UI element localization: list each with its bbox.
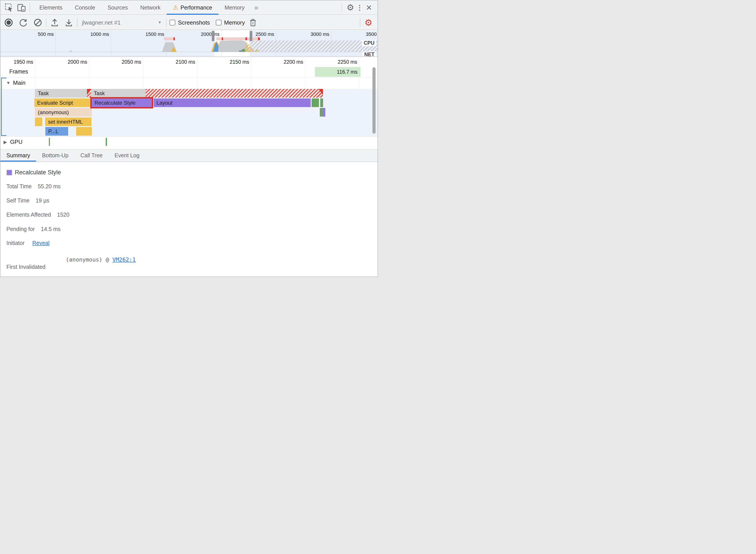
tab-sources[interactable]: Sources <box>101 0 134 15</box>
flame-bar-paint[interactable] <box>312 99 319 107</box>
record-button[interactable] <box>4 17 14 27</box>
performance-toolbar: jlwagner.net #1 ▼ Screenshots Memory ⚙ <box>0 15 378 30</box>
close-devtools-icon[interactable]: × <box>364 2 374 13</box>
tab-network[interactable]: Network <box>134 0 167 15</box>
flame-bar-task[interactable]: Task <box>91 89 146 98</box>
longtask-indicator <box>216 37 260 40</box>
profile-name: jlwagner.net #1 <box>82 19 121 26</box>
trash-icon[interactable] <box>248 17 258 27</box>
expand-triangle-icon[interactable]: ▶ <box>4 140 7 145</box>
vertical-scrollbar-thumb[interactable] <box>373 67 376 133</box>
device-toolbar-icon-svg <box>17 3 26 12</box>
summary-row-elements-affected: Elements Affected1520 <box>6 212 69 218</box>
summary-title-row: Recalculate Style <box>6 169 61 176</box>
ruler-time-label: 1950 ms <box>2 59 33 65</box>
chevron-down-icon: ▼ <box>158 20 162 25</box>
ruler-time-label: 2000 ms <box>56 59 87 65</box>
frame-duration-block[interactable]: 116.7 ms <box>315 67 361 77</box>
flame-bar-layout[interactable]: Layout <box>154 99 311 107</box>
profile-select[interactable]: jlwagner.net #1 ▼ <box>80 19 163 26</box>
overview-left-drag-handle[interactable] <box>212 31 214 41</box>
summary-row-total-time: Total Time55.20 ms <box>6 183 61 189</box>
summary-row-label: Elements Affected <box>6 212 51 218</box>
flame-bar-task-hatch[interactable] <box>146 89 323 98</box>
flame-bar-recalculate-style[interactable]: Recalculate Style <box>92 99 152 107</box>
longtask-red-segment <box>222 37 223 40</box>
ruler-time-label: 2150 ms <box>218 59 249 65</box>
load-profile-icon[interactable] <box>50 17 60 27</box>
initiator-label: Initiator <box>6 240 24 246</box>
more-tabs-button[interactable]: » <box>251 0 262 15</box>
tab-bottom-up[interactable]: Bottom-Up <box>36 149 74 162</box>
flame-bar-task[interactable]: Task <box>35 89 87 98</box>
tab-event-log[interactable]: Event Log <box>109 149 146 162</box>
tab-console[interactable]: Console <box>69 0 101 15</box>
inspect-element-icon[interactable] <box>4 2 14 13</box>
save-profile-icon[interactable] <box>64 17 74 27</box>
summary-row-value: 55.20 ms <box>38 183 61 189</box>
settings-gear-icon[interactable]: ⚙ <box>345 2 356 13</box>
toolbar-separator <box>166 18 166 27</box>
toolbar-separator <box>46 18 47 27</box>
summary-row-value: 19 µs <box>36 197 49 204</box>
long-task-corner-icon <box>319 89 323 95</box>
collapse-triangle-icon[interactable]: ▼ <box>6 80 10 86</box>
tab-call-tree[interactable]: Call Tree <box>74 149 108 162</box>
tab-elements[interactable]: Elements <box>33 0 69 15</box>
reload-and-record-button[interactable] <box>18 17 28 27</box>
gpu-activity-tick <box>49 138 50 146</box>
tab-label: Memory <box>225 4 245 11</box>
tab-label: Elements <box>39 4 62 11</box>
more-options-icon[interactable]: ⋮ <box>356 2 364 13</box>
stack-source-link[interactable]: VM262:1 <box>112 257 136 263</box>
ruler-time-label: 2250 ms <box>326 59 357 65</box>
tab-summary[interactable]: Summary <box>0 149 36 162</box>
flame-bar-script[interactable] <box>35 117 42 126</box>
flame-bar-style[interactable] <box>322 108 325 117</box>
initiator-reveal-link[interactable]: Reveal <box>32 240 50 246</box>
flame-bar-set-innerhtml[interactable]: set innerHTML <box>45 117 92 126</box>
tab-label: Network <box>140 4 161 11</box>
summary-row-label: Total Time <box>6 183 32 189</box>
gpu-track <box>0 136 378 147</box>
flame-bar-p-l[interactable]: P...L <box>45 127 68 135</box>
details-tab-bar: SummaryBottom-UpCall TreeEvent Log <box>0 149 378 162</box>
trash-icon-svg <box>249 18 257 27</box>
toolbar-separator <box>30 3 30 12</box>
long-task-corner-icon <box>87 89 92 95</box>
cpu-track-label: CPU <box>362 40 376 46</box>
flame-bar-paint[interactable] <box>320 99 323 107</box>
tab-label: Sources <box>108 4 128 11</box>
memory-checkbox[interactable] <box>216 20 221 25</box>
timeline-overview[interactable]: 500 ms1000 ms1500 ms2000 ms2500 ms3000 m… <box>0 31 378 57</box>
inspect-element-icon-svg <box>4 3 14 12</box>
main-track-header[interactable]: ▼ Main <box>6 79 25 86</box>
tab-performance[interactable]: ⚠Performance <box>167 0 218 15</box>
summary-pane: Recalculate Style Total Time55.20 msSelf… <box>0 162 378 277</box>
device-toolbar-icon[interactable] <box>16 2 26 13</box>
summary-row-label: Self Time <box>6 197 30 204</box>
summary-row-pending-for: Pending for14.5 ms <box>6 226 61 232</box>
screenshots-checkbox[interactable] <box>169 20 175 25</box>
tab-memory[interactable]: Memory <box>218 0 251 15</box>
ruler-time-label: 2100 ms <box>164 59 195 65</box>
event-title: Recalculate Style <box>15 169 61 176</box>
longtask-red-segment <box>173 37 175 40</box>
flame-bar--anonymous-[interactable]: (anonymous) <box>35 108 92 117</box>
first-invalidated-stack: (anonymous) @ VM262:1 <box>66 257 136 263</box>
gpu-track-header[interactable]: ▶ GPU <box>4 138 22 145</box>
clear-recording-icon[interactable] <box>33 17 43 27</box>
flame-bar-evaluate-script[interactable]: Evaluate Script <box>34 99 90 107</box>
event-color-swatch <box>6 170 12 175</box>
timeline-detail[interactable]: 1950 ms2000 ms2050 ms2100 ms2150 ms2200 … <box>0 57 378 147</box>
tabbar-right-icons: ⚙ ⋮ × <box>339 2 374 13</box>
main-track-label: Main <box>13 79 25 86</box>
overview-right-drag-handle[interactable] <box>250 31 252 41</box>
flame-bar-script[interactable] <box>76 127 92 135</box>
ruler-time-label: 2050 ms <box>110 59 141 65</box>
capture-settings-gear-icon[interactable]: ⚙ <box>363 17 374 27</box>
memory-checkbox-label[interactable]: Memory <box>224 19 245 26</box>
toolbar-separator <box>360 18 360 27</box>
screenshots-checkbox-label[interactable]: Screenshots <box>178 19 210 26</box>
download-icon-svg <box>64 18 73 27</box>
